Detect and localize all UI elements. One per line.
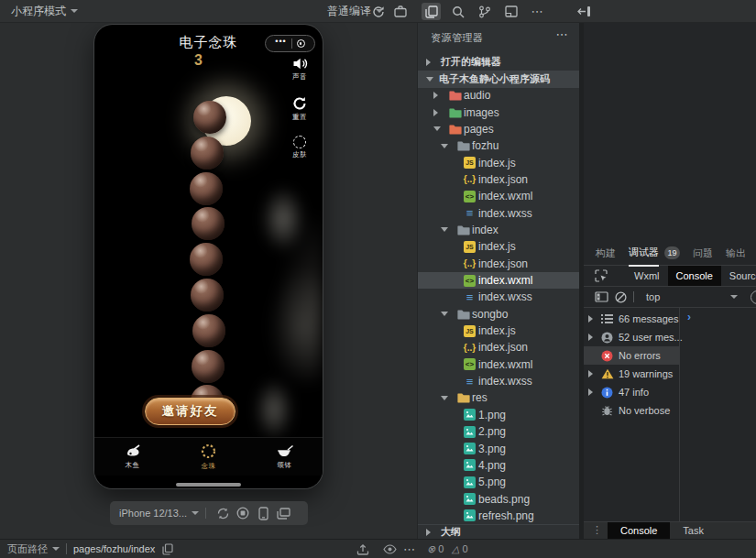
upload-icon[interactable]	[356, 543, 369, 555]
tree-item-res[interactable]: res	[418, 389, 579, 406]
device-selector[interactable]: iPhone 12/13...	[119, 508, 187, 519]
app-tab-念珠[interactable]: 念珠	[170, 438, 247, 476]
tree-item-index.json[interactable]: {..}index.json	[418, 256, 579, 272]
speaker-button[interactable]: 声音	[284, 57, 315, 82]
tree-item-4.png[interactable]: 4.png	[418, 457, 579, 474]
bead[interactable]	[190, 172, 223, 205]
devtools-tab-wxml[interactable]: Wxml	[626, 266, 668, 286]
git-branch-icon[interactable]	[475, 3, 494, 20]
invite-friends-button[interactable]: 邀请好友	[145, 398, 236, 425]
devtools-tab-bar: WxmlConsoleSources	[584, 266, 756, 287]
tree-item-index.wxml[interactable]: <>index.wxml	[418, 272, 579, 289]
tree-item-index.wxss[interactable]: ≡index.wxss	[418, 204, 579, 221]
bead[interactable]	[192, 314, 225, 347]
reset-button[interactable]: 重置	[284, 96, 315, 122]
console-filter-no-verbose[interactable]: No verbose	[584, 401, 679, 420]
tree-item-index.json[interactable]: {..}index.json	[418, 339, 579, 356]
bead[interactable]	[192, 350, 225, 383]
tree-item-index.wxss[interactable]: ≡index.wxss	[418, 373, 579, 389]
filter-eye-icon[interactable]	[751, 290, 756, 304]
app-tab-木鱼[interactable]: 木鱼	[94, 438, 170, 476]
files-icon[interactable]	[422, 3, 441, 20]
inspect-element-icon[interactable]	[589, 269, 613, 282]
exit-target-icon[interactable]	[297, 39, 305, 48]
kebab-menu-icon[interactable]: ⋮	[584, 522, 608, 539]
tree-item-label: res	[472, 391, 488, 404]
tree-item-index.js[interactable]: JSindex.js	[418, 323, 579, 339]
open-editors-label: 打开的编辑器	[441, 55, 501, 69]
console-output-area[interactable]: ›	[680, 308, 756, 521]
tree-item-index.js[interactable]: JSindex.js	[418, 154, 579, 170]
debug-tab-输出[interactable]: 输出	[726, 241, 746, 266]
bottom-tab-task[interactable]: Task	[670, 522, 717, 539]
tree-item-images[interactable]: images	[418, 104, 579, 120]
panel-toggle-icon[interactable]	[595, 291, 608, 302]
bead[interactable]	[191, 279, 224, 312]
chevron-right-icon	[588, 315, 597, 323]
verbose-icon	[601, 405, 613, 417]
tree-item-index.js[interactable]: JSindex.js	[418, 238, 579, 255]
png-icon	[464, 409, 476, 421]
tree-item-beads.png[interactable]: beads.png	[418, 490, 579, 507]
collapse-sidebar-icon[interactable]	[575, 3, 594, 20]
tree-item-index.wxss[interactable]: ≡index.wxss	[418, 289, 579, 305]
devtools-tab-console[interactable]: Console	[668, 266, 721, 286]
devtools-tab-sources[interactable]: Sources	[721, 266, 756, 286]
refresh-icon[interactable]	[370, 4, 387, 19]
console-filter-19-warnings[interactable]: 19 warnings	[584, 365, 679, 383]
console-filter-47-info[interactable]: 47 info	[584, 383, 679, 401]
tree-item-index.json[interactable]: {..}index.json	[418, 171, 579, 188]
editor-layout-icon[interactable]	[501, 3, 520, 20]
console-filter-66-messages[interactable]: 66 messages	[584, 310, 679, 328]
project-root-folder[interactable]: 电子木鱼静心小程序源码	[418, 71, 579, 88]
rotate-icon[interactable]	[213, 507, 233, 520]
bead[interactable]	[190, 243, 223, 276]
frame-context-selector[interactable]: top	[646, 291, 660, 302]
console-filter-no-errors[interactable]: No errors	[584, 346, 679, 365]
tree-item-index.wxml[interactable]: <>index.wxml	[418, 188, 579, 204]
tree-item-index.wxml[interactable]: <>index.wxml	[418, 356, 579, 373]
bead[interactable]	[191, 137, 224, 170]
chevron-down-icon	[433, 126, 441, 135]
tree-item-3.png[interactable]: 3.png	[418, 440, 579, 456]
tree-item-1.png[interactable]: 1.png	[418, 407, 579, 423]
bead[interactable]	[193, 101, 226, 134]
eye-icon[interactable]	[383, 544, 397, 554]
record-icon[interactable]	[233, 507, 253, 520]
preview-icon[interactable]	[392, 4, 409, 19]
tree-item-audio[interactable]: audio	[418, 87, 579, 104]
page-path-selector[interactable]: 页面路径	[7, 542, 48, 556]
tree-item-5.png[interactable]: 5.png	[418, 474, 579, 490]
outline-section[interactable]: 大纲	[418, 524, 579, 539]
clear-console-icon[interactable]	[615, 291, 627, 303]
explorer-more-icon[interactable]: ⋯	[556, 27, 569, 41]
more-icon[interactable]: ⋯	[528, 3, 547, 20]
debug-tab-调试器[interactable]: 调试器	[629, 240, 659, 267]
wxss-icon: ≡	[464, 207, 476, 219]
js-icon: JS	[464, 325, 476, 337]
copy-icon[interactable]	[162, 543, 173, 555]
more-dots-icon[interactable]: •••	[275, 38, 286, 46]
warning-icon	[601, 368, 614, 379]
open-editors-section[interactable]: 打开的编辑器	[418, 53, 579, 71]
multi-window-icon[interactable]	[273, 508, 293, 520]
app-tab-颂钵[interactable]: 颂钵	[247, 438, 323, 476]
tree-item-pages[interactable]: pages	[418, 121, 579, 137]
tree-item-index[interactable]: index	[418, 222, 579, 238]
tree-item-fozhu[interactable]: fozhu	[418, 137, 579, 154]
capsule-menu[interactable]: •••	[265, 35, 315, 52]
debug-tab-问题[interactable]: 问题	[693, 241, 713, 266]
mode-selector[interactable]: 小程序模式	[11, 4, 78, 19]
tree-item-2.png[interactable]: 2.png	[418, 423, 579, 440]
phone-icon[interactable]	[253, 507, 273, 520]
app-tab-label: 木鱼	[126, 461, 140, 470]
console-filter-52-user-mes-[interactable]: 52 user mes...	[584, 328, 679, 346]
search-icon[interactable]	[448, 3, 467, 20]
more-icon[interactable]: ⋯	[403, 542, 415, 556]
folder-pages-icon	[449, 124, 462, 135]
debug-tab-构建[interactable]: 构建	[596, 241, 616, 266]
bottom-tab-console[interactable]: Console	[608, 522, 670, 539]
tree-item-refresh.png[interactable]: refresh.png	[418, 508, 579, 524]
tree-item-songbo[interactable]: songbo	[418, 306, 579, 323]
skin-button[interactable]: 皮肤	[284, 136, 315, 159]
